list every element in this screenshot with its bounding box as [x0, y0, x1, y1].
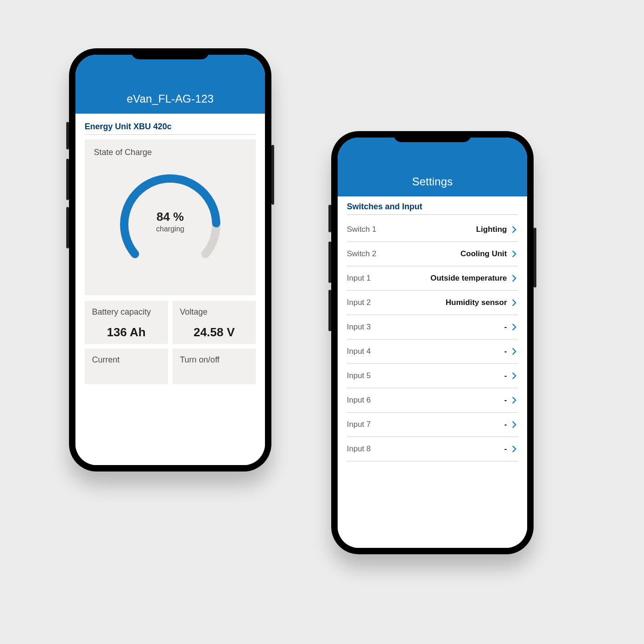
settings-row-value: Outside temperature [431, 274, 507, 283]
voltage-value: 24.58 V [180, 325, 248, 339]
appbar-title: eVan_FL-AG-123 [126, 92, 213, 105]
phone-notch [393, 131, 472, 142]
settings-row[interactable]: Switch 1Lighting [347, 218, 518, 242]
voltage-label: Voltage [180, 307, 248, 317]
battery-capacity-tile: Battery capacity 136 Ah [85, 301, 168, 344]
chevron-right-icon [511, 396, 518, 404]
state-of-charge-status: charging [156, 225, 184, 233]
settings-list: Switch 1LightingSwitch 2Cooling UnitInpu… [347, 218, 518, 461]
state-of-charge-card: State of Charge 84 % charging [85, 139, 256, 295]
current-tile: Current [85, 349, 168, 384]
settings-row-label: Switch 2 [347, 249, 460, 259]
settings-row[interactable]: Switch 2Cooling Unit [347, 242, 518, 266]
settings-row-label: Input 6 [347, 396, 504, 405]
chevron-right-icon [511, 250, 518, 258]
settings-row-value: - [504, 371, 507, 380]
phone-side-button [328, 290, 331, 331]
chevron-right-icon [511, 274, 518, 282]
phone-side-button [66, 207, 69, 248]
settings-row-label: Input 5 [347, 371, 504, 380]
settings-row-label: Input 8 [347, 444, 504, 454]
settings-row-label: Input 2 [347, 298, 446, 307]
settings-row-value: - [504, 322, 507, 332]
screen-left: eVan_FL-AG-123 Energy Unit XBU 420c Stat… [75, 55, 265, 465]
settings-row[interactable]: Input 4- [347, 339, 518, 364]
settings-row-label: Input 4 [347, 347, 504, 356]
phone-notch [131, 48, 209, 59]
power-toggle-label: Turn on/off [180, 355, 248, 365]
settings-row[interactable]: Input 2Humidity sensor [347, 291, 518, 315]
chevron-right-icon [511, 445, 518, 453]
settings-row-value: - [504, 396, 507, 405]
settings-row-label: Input 3 [347, 322, 504, 332]
voltage-tile: Voltage 24.58 V [172, 301, 256, 344]
chevron-right-icon [511, 420, 518, 429]
chevron-right-icon [511, 372, 518, 380]
settings-row-value: - [504, 444, 507, 454]
chevron-right-icon [511, 323, 518, 331]
phone-frame-right: Settings Switches and Input Switch 1Ligh… [331, 131, 534, 554]
settings-row-label: Switch 1 [347, 225, 476, 234]
state-of-charge-percent: 84 % [156, 210, 184, 224]
current-label: Current [92, 355, 161, 365]
appbar-title: Settings [412, 175, 453, 188]
state-of-charge-gauge: 84 % charging [94, 160, 247, 280]
settings-row-value: Humidity sensor [446, 298, 507, 307]
phone-side-button [328, 205, 331, 232]
settings-row-value: Lighting [476, 225, 507, 234]
battery-capacity-value: 136 Ah [92, 325, 161, 339]
chevron-right-icon [511, 225, 518, 234]
settings-row-label: Input 7 [347, 420, 504, 429]
phone-frame-left: eVan_FL-AG-123 Energy Unit XBU 420c Stat… [69, 48, 271, 472]
settings-row-label: Input 1 [347, 274, 431, 283]
phone-side-button [328, 242, 331, 283]
appbar: Settings [338, 138, 527, 196]
battery-capacity-label: Battery capacity [92, 307, 161, 317]
section-title-switches: Switches and Input [347, 202, 518, 215]
settings-row[interactable]: Input 7- [347, 413, 518, 437]
appbar: eVan_FL-AG-123 [75, 55, 265, 114]
phone-side-button [66, 122, 69, 150]
state-of-charge-label: State of Charge [94, 148, 247, 157]
settings-row[interactable]: Input 3- [347, 315, 518, 339]
settings-row[interactable]: Input 6- [347, 388, 518, 413]
settings-row-value: - [504, 420, 507, 429]
settings-row[interactable]: Input 1Outside temperature [347, 266, 518, 291]
phone-side-button [534, 228, 536, 288]
phone-side-button [66, 159, 69, 200]
settings-row[interactable]: Input 5- [347, 364, 518, 388]
chevron-right-icon [511, 347, 518, 356]
phone-side-button [271, 145, 274, 205]
power-toggle-tile[interactable]: Turn on/off [172, 349, 256, 384]
settings-row-value: - [504, 347, 507, 356]
screen-right: Settings Switches and Input Switch 1Ligh… [338, 138, 527, 548]
chevron-right-icon [511, 299, 518, 307]
section-title-energy-unit: Energy Unit XBU 420c [85, 122, 256, 135]
settings-row-value: Cooling Unit [460, 249, 507, 259]
settings-row[interactable]: Input 8- [347, 437, 518, 461]
